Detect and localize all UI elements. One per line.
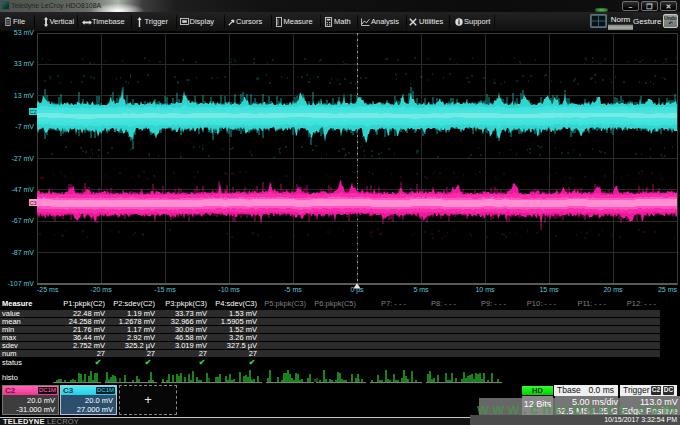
svg-text:C3: C3	[29, 200, 36, 206]
svg-text:C2: C2	[29, 109, 36, 115]
